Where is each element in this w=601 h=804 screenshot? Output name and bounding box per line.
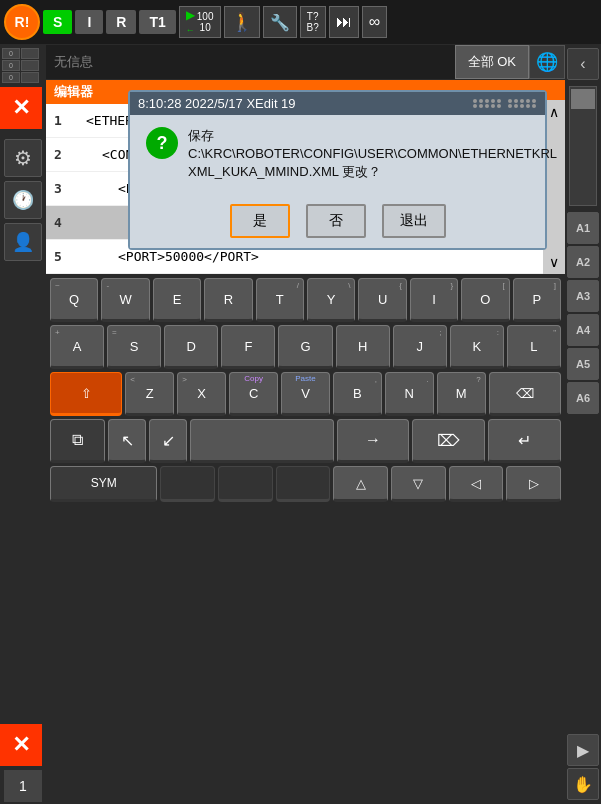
key-p[interactable]: ]P [513,278,561,322]
dialog-question-icon: ? [146,127,178,159]
right-column: ‹ A1 A2 A3 A4 A5 A6 ▶ ✋ [565,44,601,804]
keyboard-row-4: ⧉ ↖ ↙ → ⌦ ↵ [50,419,561,463]
ok-button[interactable]: 全部 OK [455,45,529,79]
ind-6 [21,72,39,83]
ff-icon: ⏭ [336,13,352,31]
nav-up[interactable]: △ [333,466,388,502]
a6-label[interactable]: A6 [567,382,599,414]
dialog-yes-button[interactable]: 是 [230,204,290,238]
ff-button[interactable]: ⏭ [329,6,359,38]
dialog-message: 保存 C:\KRC\ROBOTER\CONFIG\USER\COMMON\ETH… [188,127,557,182]
globe-icon[interactable]: 🌐 [529,45,565,79]
left-column: 0 0 0 ✕ ⚙ 🕐 👤 ✕ 1 [0,44,46,804]
key-b[interactable]: ,B [333,372,382,416]
key-x[interactable]: >X [177,372,226,416]
key-v[interactable]: PasteV [281,372,330,416]
key-e[interactable]: E [153,278,201,322]
scroll-up-arrow[interactable]: ∧ [549,104,559,120]
key-z[interactable]: <Z [125,372,174,416]
key-l[interactable]: "L [507,325,561,369]
key-f[interactable]: F [221,325,275,369]
scroll-down-arrow[interactable]: ∨ [549,254,559,270]
copy-icon-key[interactable]: ⧉ [50,419,105,463]
play-icon: ▶← [186,8,195,36]
dialog-body: ? 保存 C:\KRC\ROBOTER\CONFIG\USER\COMMON\E… [130,115,545,194]
ind-2 [21,48,39,59]
btn-i[interactable]: I [75,10,103,34]
clock-icon[interactable]: 🕐 [4,181,42,219]
key-q[interactable]: ~Q [50,278,98,322]
keyboard-area: ~Q -W E R /T \Y {U }I [O ]P +A =S D F G … [46,274,565,804]
key-d[interactable]: D [164,325,218,369]
dialog-exit-button[interactable]: 退出 [382,204,446,238]
key-nw[interactable]: ↖ [108,419,146,463]
keyboard-row-1: ~Q -W E R /T \Y {U }I [O ]P [50,278,561,322]
top-toolbar: R! S I R T1 ▶← 100 10 🚶 🔧 T? B? ⏭ ∞ [0,0,601,44]
right-btn-scroll-up[interactable]: ‹ [567,48,599,80]
key-empty-2 [218,466,273,502]
a1-label[interactable]: A1 [567,212,599,244]
tool-button[interactable]: 🔧 [263,6,297,38]
a4-label[interactable]: A4 [567,314,599,346]
ind-3: 0 [2,60,20,71]
key-u[interactable]: {U [358,278,406,322]
key-s[interactable]: =S [107,325,161,369]
speed-button[interactable]: ▶← 100 10 [179,6,221,38]
keyboard-row-3: ⇧ <Z >X CopyC PasteV ,B .N ?M ⌫ [50,372,561,416]
a5-label[interactable]: A5 [567,348,599,380]
side-icons: ⚙ 🕐 👤 [0,139,46,261]
tb-button[interactable]: T? B? [300,6,326,38]
btn-s[interactable]: S [43,10,72,34]
status-indicators: 0 0 0 [0,46,46,85]
message-area: 无信息 [46,45,455,79]
close-button-2[interactable]: ✕ [0,724,46,766]
key-i[interactable]: }I [410,278,458,322]
key-t[interactable]: /T [256,278,304,322]
btn-t1[interactable]: T1 [139,10,175,34]
walk-button[interactable]: 🚶 [224,6,260,38]
a3-label[interactable]: A3 [567,280,599,312]
key-y[interactable]: \Y [307,278,355,322]
walk-icon: 🚶 [231,11,253,33]
enter-key[interactable]: ↵ [488,419,561,463]
backspace-key[interactable]: ⌫ [489,372,561,416]
key-c[interactable]: CopyC [229,372,278,416]
delete-key[interactable]: ⌦ [412,419,485,463]
right-play-btn[interactable]: ▶ [567,734,599,766]
key-a[interactable]: +A [50,325,104,369]
key-r[interactable]: R [204,278,252,322]
inf-button[interactable]: ∞ [362,6,387,38]
content-column: 无信息 全部 OK 🌐 编辑器 1 <ETHERNETKRL> 2 <CONFI… [46,44,565,804]
right-hand-btn[interactable]: ✋ [567,768,599,800]
tb-icon: T? B? [307,11,319,33]
nav-right[interactable]: ▷ [506,466,561,502]
status-bar: 无信息 全部 OK 🌐 [46,44,565,80]
nav-down[interactable]: ▽ [391,466,446,502]
user-icon[interactable]: 👤 [4,223,42,261]
key-h[interactable]: H [336,325,390,369]
key-o[interactable]: [O [461,278,509,322]
dialog-no-button[interactable]: 否 [306,204,366,238]
shift-key[interactable]: ⇧ [50,372,122,416]
key-right-arrow[interactable]: → [337,419,410,463]
inf-icon: ∞ [369,13,380,31]
close-button[interactable]: ✕ [0,87,42,129]
nav-left[interactable]: ◁ [449,466,504,502]
key-g[interactable]: G [278,325,332,369]
a2-label[interactable]: A2 [567,246,599,278]
key-j[interactable]: ;J [393,325,447,369]
keyboard-bottom-row: SYM △ ▽ ◁ ▷ [50,466,561,502]
ind-5: 0 [2,72,20,83]
sym-key[interactable]: SYM [50,466,157,502]
tool-icon: 🔧 [270,13,290,32]
space-key[interactable] [190,419,334,463]
key-w[interactable]: -W [101,278,149,322]
key-sw[interactable]: ↙ [149,419,187,463]
settings-icon[interactable]: ⚙ [4,139,42,177]
key-k[interactable]: :K [450,325,504,369]
btn-r[interactable]: R [106,10,136,34]
logo-button[interactable]: R! [4,4,40,40]
key-n[interactable]: .N [385,372,434,416]
key-m[interactable]: ?M [437,372,486,416]
num-label: 1 [4,770,42,802]
